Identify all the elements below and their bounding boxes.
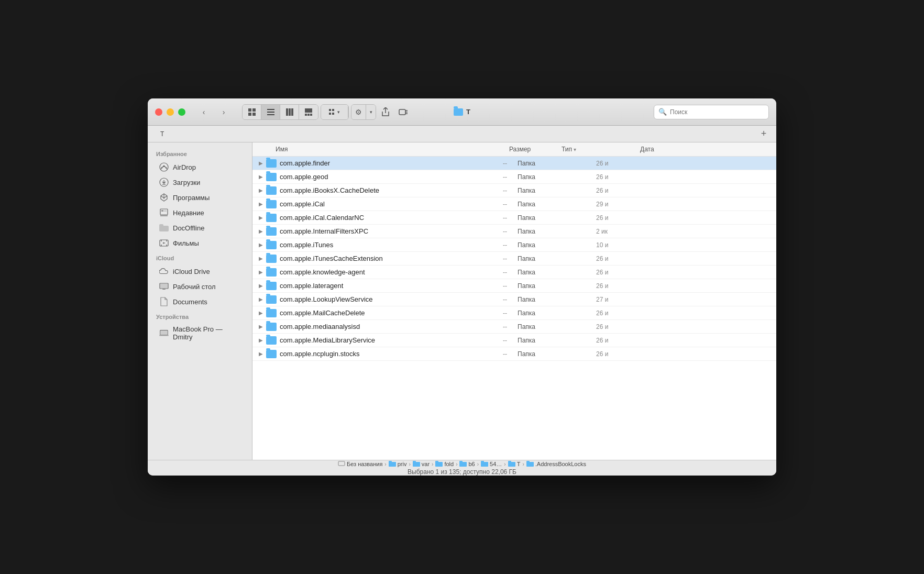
action-arrow-button[interactable]: ▾ (366, 105, 376, 119)
file-date: 26 и (596, 173, 776, 181)
path-separator: › (384, 461, 386, 467)
file-row[interactable]: ▶ com.apple.ncplugin.stocks -- Папка 26 … (252, 347, 776, 361)
sidebar-item-movies[interactable]: Фильмы (151, 236, 249, 250)
svg-rect-23 (161, 210, 163, 212)
file-row[interactable]: ▶ com.apple.LookupViewService -- Папка 2… (252, 293, 776, 306)
file-row[interactable]: ▶ com.apple.MailCacheDelete -- Папка 26 … (252, 306, 776, 320)
file-row[interactable]: ▶ com.apple.iBooksX.CacheDelete -- Папка… (252, 184, 776, 197)
sidebar-item-documents[interactable]: Documents (151, 294, 249, 309)
desktop-icon (159, 282, 169, 291)
expand-arrow[interactable]: ▶ (256, 279, 266, 293)
file-type: Папка (518, 173, 596, 181)
tab-add-button[interactable]: + (757, 128, 770, 140)
svg-rect-13 (310, 114, 312, 116)
svg-rect-15 (332, 109, 334, 111)
file-row[interactable]: ▶ com.apple.iCal -- Папка 29 и (252, 197, 776, 211)
file-date: 26 и (596, 269, 776, 276)
path-item[interactable]: var (413, 461, 430, 468)
file-row[interactable]: ▶ com.apple.geod -- Папка 26 и (252, 170, 776, 184)
file-name: com.apple.iTunes (280, 241, 460, 249)
path-item[interactable]: 54… (481, 461, 502, 468)
sidebar-item-macbook[interactable]: MacBook Pro — Dmitry (151, 323, 249, 344)
tab-t[interactable]: T (154, 128, 170, 140)
file-row[interactable]: ▶ com.apple.finder -- Папка 26 и (252, 157, 776, 170)
share-button[interactable] (377, 105, 394, 119)
search-input[interactable] (670, 108, 764, 116)
file-row[interactable]: ▶ com.apple.MediaLibraryService -- Папка… (252, 334, 776, 347)
file-date: 26 и (596, 214, 776, 222)
file-size: -- (460, 337, 518, 344)
file-row[interactable]: ▶ com.apple.knowledge-agent -- Папка 26 … (252, 266, 776, 279)
expand-arrow[interactable]: ▶ (256, 252, 266, 266)
expand-arrow[interactable]: ▶ (256, 334, 266, 347)
folder-icon (266, 200, 277, 208)
view-icon-button[interactable] (243, 105, 261, 119)
file-row[interactable]: ▶ com.apple.lateragent -- Папка 26 и (252, 279, 776, 293)
svg-rect-37 (161, 331, 168, 335)
action-button-group: ⚙ ▾ (351, 104, 376, 120)
expand-arrow[interactable]: ▶ (256, 157, 266, 170)
expand-arrow[interactable]: ▶ (256, 293, 266, 306)
view-list-button[interactable] (261, 105, 280, 119)
expand-arrow[interactable]: ▶ (256, 347, 266, 361)
recent-icon (159, 208, 169, 217)
folder-icon (266, 336, 277, 345)
expand-arrow[interactable]: ▶ (256, 170, 266, 184)
col-size-header[interactable]: Размер (504, 146, 562, 153)
file-size: -- (460, 173, 518, 181)
sidebar-item-downloads[interactable]: Загрузки (151, 175, 249, 190)
sidebar-item-recent[interactable]: Недавние (151, 205, 249, 220)
action-main-button[interactable]: ⚙ (351, 105, 366, 119)
expand-arrow[interactable]: ▶ (256, 306, 266, 320)
path-item[interactable]: Без названия (338, 461, 382, 467)
expand-arrow[interactable]: ▶ (256, 238, 266, 252)
file-row[interactable]: ▶ com.apple.iCal.CalendarNC -- Папка 26 … (252, 211, 776, 225)
file-row[interactable]: ▶ com.apple.iTunes -- Папка 10 и (252, 238, 776, 252)
expand-arrow[interactable]: ▶ (256, 225, 266, 238)
file-name: com.apple.finder (280, 159, 460, 167)
svg-rect-6 (267, 114, 274, 115)
path-item[interactable]: .AddressBookLocks (526, 461, 586, 468)
search-box[interactable]: 🔍 (654, 105, 769, 119)
expand-arrow[interactable]: ▶ (256, 266, 266, 279)
file-date: 10 и (596, 241, 776, 249)
minimize-button[interactable] (167, 108, 174, 116)
file-name: com.apple.lateragent (280, 282, 460, 290)
sidebar-label-apps: Программы (173, 194, 210, 202)
path-item[interactable]: fold (435, 461, 454, 468)
tabbar: T + (148, 126, 776, 142)
view-gallery-button[interactable] (299, 105, 318, 119)
sidebar-item-icloud-drive[interactable]: iCloud Drive (151, 264, 249, 279)
sidebar-item-desktop[interactable]: Рабочий стол (151, 279, 249, 294)
file-row[interactable]: ▶ com.apple.mediaanalysisd -- Папка 26 и (252, 320, 776, 334)
forward-button[interactable]: › (216, 106, 232, 118)
expand-arrow[interactable]: ▶ (256, 320, 266, 334)
path-item[interactable]: b6 (459, 461, 475, 468)
sidebar-item-apps[interactable]: Программы (151, 190, 249, 205)
file-row[interactable]: ▶ com.apple.iTunesCacheExtension -- Папк… (252, 252, 776, 266)
col-date-header[interactable]: Дата (640, 146, 776, 153)
file-type: Папка (518, 296, 596, 303)
sidebar-label-movies: Фильмы (173, 239, 199, 247)
finder-window: ‹ › ▾ ⚙ ▾ (148, 98, 776, 476)
file-row[interactable]: ▶ com.apple.InternalFiltersXPC -- Папка … (252, 225, 776, 238)
back-button[interactable]: ‹ (196, 106, 212, 118)
col-type-header[interactable]: Тип ▾ (562, 146, 640, 153)
tag-button[interactable] (395, 105, 412, 119)
maximize-button[interactable] (178, 108, 185, 116)
file-date: 2 ик (596, 228, 776, 235)
view-columns-button[interactable] (280, 105, 299, 119)
expand-arrow[interactable]: ▶ (256, 184, 266, 197)
col-name-header[interactable]: Имя (252, 146, 504, 153)
svg-rect-49 (481, 461, 484, 463)
expand-arrow[interactable]: ▶ (256, 197, 266, 211)
group-main-button[interactable]: ▾ (321, 105, 348, 119)
svg-rect-3 (252, 113, 256, 116)
path-item[interactable]: priv (389, 461, 407, 468)
file-type: Папка (518, 201, 596, 208)
close-button[interactable] (155, 108, 162, 116)
sidebar-item-airdrop[interactable]: AirDrop (151, 160, 249, 174)
path-item[interactable]: T (508, 461, 521, 468)
expand-arrow[interactable]: ▶ (256, 211, 266, 225)
sidebar-item-docoffline[interactable]: DocOffline (151, 220, 249, 235)
